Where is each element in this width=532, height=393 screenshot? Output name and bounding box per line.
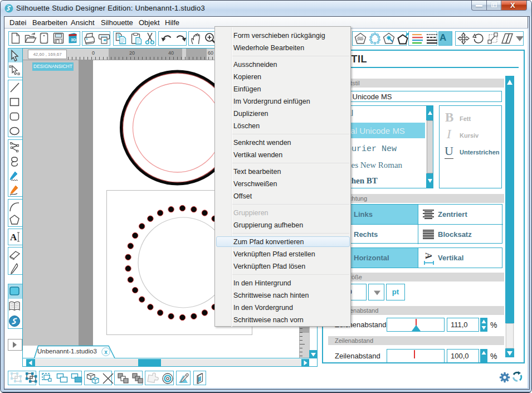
svg-text:x: x — [104, 349, 108, 355]
svg-text:A: A — [424, 253, 433, 259]
svg-text:3D: 3D — [71, 37, 76, 42]
svg-text:A: A — [10, 232, 17, 242]
